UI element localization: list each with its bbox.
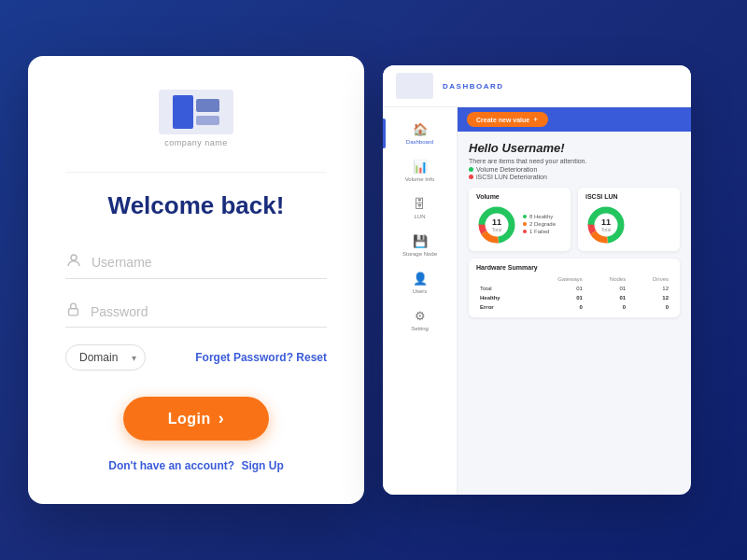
db-body: 🏠 Dashboard 📊 Volume Info 🗄 LUN 💾 Storag… <box>383 107 691 495</box>
hw-col-drives: Drives <box>629 274 672 284</box>
hardware-title: Hardware Summary <box>476 264 672 271</box>
table-row: Total 01 01 12 <box>476 284 672 293</box>
sidebar-item-volume[interactable]: 📊 Volume Info <box>383 152 457 189</box>
signup-link[interactable]: Sign Up <box>241 459 283 472</box>
hw-col-gateways: Gateways <box>527 274 585 284</box>
lock-icon <box>65 301 81 321</box>
sidebar-item-dashboard[interactable]: 🏠 Dashboard <box>383 115 457 152</box>
domain-selector[interactable]: Domain ▾ <box>65 344 146 371</box>
iscsi-chart-title: iSCSI LUN <box>585 193 672 200</box>
legend-degrade: 2 Degrade <box>523 221 556 227</box>
signup-row: Don't have an account? Sign Up <box>108 459 284 472</box>
db-create-bar: Create new value ＋ <box>458 107 691 132</box>
green-dot <box>469 167 473 172</box>
svg-rect-0 <box>173 95 193 129</box>
iscsi-donut-label: 11 Total <box>601 217 612 232</box>
divider <box>65 172 327 173</box>
domain-select-input[interactable]: Domain <box>65 344 146 371</box>
iscsi-chart-box: iSCSI LUN <box>578 188 680 251</box>
degrade-dot <box>523 222 527 226</box>
hw-col-label <box>476 274 527 284</box>
db-main: Create new value ＋ Hello Username! There… <box>458 107 691 495</box>
sidebar-label-dashboard: Dashboard <box>406 139 433 145</box>
db-content: Hello Username! There are items that nee… <box>458 132 691 495</box>
svg-rect-4 <box>69 309 78 315</box>
table-row: Healthy 01 01 12 <box>476 293 672 302</box>
volume-donut: 11 Total <box>476 204 517 245</box>
storage-icon: 💾 <box>413 234 428 248</box>
gear-icon: ⚙ <box>415 309 426 323</box>
logo-text: company name <box>164 138 228 147</box>
chart-icon: 📊 <box>413 160 428 174</box>
alert-item-2: iSCSI LUN Deterioration <box>469 174 680 180</box>
volume-chart-title: Volume <box>476 193 563 200</box>
username-input[interactable] <box>92 255 327 270</box>
password-input[interactable] <box>91 304 327 319</box>
legend-healthy: 8 Healthy <box>523 214 556 219</box>
alert-item-1: Volume Deterioration <box>469 166 680 173</box>
svg-rect-1 <box>196 99 219 112</box>
logo-area: company name <box>159 90 233 147</box>
hardware-table: Gateways Nodes Drives Total 01 01 <box>476 274 672 312</box>
hw-col-nodes: Nodes <box>586 274 629 284</box>
svg-point-3 <box>71 255 77 260</box>
table-row: Error 0 0 0 <box>476 302 672 312</box>
dashboard-preview: DASHBOARD 🏠 Dashboard 📊 Volume Info 🗄 LU… <box>383 65 691 495</box>
red-dot <box>469 175 473 179</box>
sidebar-label-volume: Volume Info <box>405 176 435 182</box>
username-display: Username! <box>501 141 564 155</box>
sidebar-label-lun: LUN <box>414 214 425 219</box>
volume-donut-label: 11 Total <box>492 217 502 232</box>
legend-failed: 1 Failed <box>523 229 556 234</box>
failed-dot <box>523 230 527 233</box>
username-field-group <box>65 246 327 279</box>
db-topbar: DASHBOARD <box>383 65 691 107</box>
db-title: DASHBOARD <box>443 82 678 91</box>
db-sidebar: 🏠 Dashboard 📊 Volume Info 🗄 LUN 💾 Storag… <box>383 107 458 495</box>
hello-heading: Hello Username! <box>469 141 680 155</box>
volume-chart-box: Volume <box>469 188 571 251</box>
hardware-summary-box: Hardware Summary Gateways Nodes Drives <box>469 259 680 317</box>
sidebar-label-settings: Setting <box>411 326 429 331</box>
alert-text: There are items that need your attention… <box>469 158 680 164</box>
login-button[interactable]: Login › <box>123 397 270 441</box>
login-card: company name Welcome back! <box>28 56 364 504</box>
database-icon: 🗄 <box>414 197 426 211</box>
company-logo-icon <box>173 95 219 129</box>
forget-password-text: Forget Password? Reset <box>195 351 327 364</box>
sidebar-label-users: Users <box>413 288 428 294</box>
sidebar-item-users[interactable]: 👤 Users <box>383 264 457 301</box>
plus-icon: ＋ <box>532 115 539 124</box>
options-row: Domain ▾ Forget Password? Reset <box>65 344 327 371</box>
sidebar-item-settings[interactable]: ⚙ Setting <box>383 301 457 339</box>
logo-box <box>159 90 233 134</box>
home-icon: 🏠 <box>413 122 428 136</box>
volume-legend: 8 Healthy 2 Degrade 1 Failed <box>523 214 556 236</box>
password-field-group <box>65 296 327 328</box>
welcome-heading: Welcome back! <box>108 191 285 220</box>
iscsi-donut: 11 Total <box>585 204 627 245</box>
arrow-icon: › <box>218 409 225 428</box>
db-logo <box>396 73 433 99</box>
healthy-dot <box>523 215 527 218</box>
scene: company name Welcome back! <box>28 56 719 504</box>
create-new-value-button[interactable]: Create new value ＋ <box>467 112 548 127</box>
charts-row: Volume <box>469 188 680 251</box>
svg-rect-2 <box>196 116 219 125</box>
iscsi-chart-inner: 11 Total <box>585 204 672 245</box>
users-icon: 👤 <box>413 272 428 286</box>
sidebar-item-lun[interactable]: 🗄 LUN <box>383 189 457 227</box>
sidebar-item-storage[interactable]: 💾 Storage Node <box>383 227 457 264</box>
reset-link[interactable]: Reset <box>296 351 327 364</box>
sidebar-label-storage: Storage Node <box>402 251 437 257</box>
volume-chart-inner: 11 Total 8 Healthy <box>476 204 563 245</box>
user-icon <box>65 252 82 273</box>
